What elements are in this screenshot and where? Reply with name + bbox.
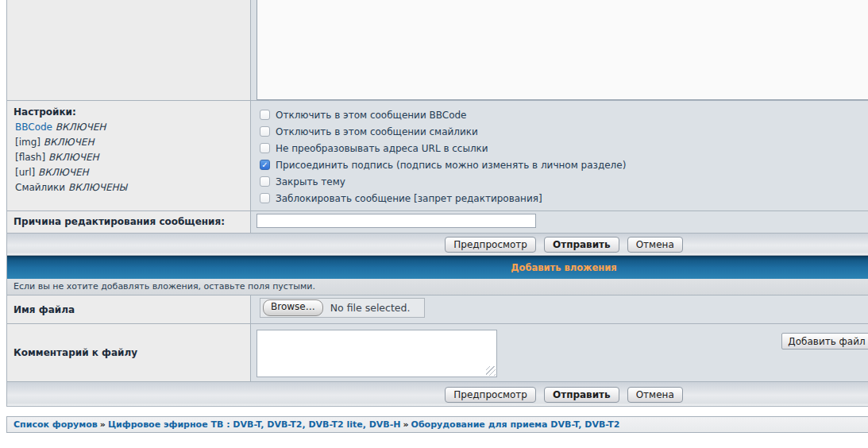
- file-comment-row: Комментарий к файлу Добавить файл: [7, 324, 868, 382]
- breadcrumb-link-forum-index[interactable]: Список форумов: [14, 419, 98, 430]
- message-row: [7, 0, 868, 101]
- option-label: Присоединить подпись (подпись можно изме…: [276, 160, 626, 171]
- breadcrumb: Список форумов»Цифровое эфирное ТВ : DVB…: [6, 416, 868, 433]
- add-file-button[interactable]: Добавить файл: [781, 333, 868, 350]
- breadcrumb-separator: »: [98, 419, 108, 430]
- filename-label: Имя файла: [7, 304, 75, 315]
- file-upload-input[interactable]: Browse… No file selected.: [260, 298, 425, 318]
- settings-line-bbcode: BBCode ВКЛЮЧЕН: [14, 120, 244, 135]
- breadcrumb-separator: »: [400, 419, 411, 430]
- attachments-header: Добавить вложения: [7, 256, 868, 279]
- edit-reason-input[interactable]: [257, 214, 536, 228]
- lock-topic-checkbox[interactable]: ✓: [260, 176, 270, 187]
- settings-line-smilies: Смайлики ВКЛЮЧЕНЫ: [14, 180, 244, 195]
- check-icon: ✓: [260, 160, 269, 169]
- option-label: Отключить в этом сообщении смайлики: [276, 126, 478, 137]
- option-disable-smilies: ✓ Отключить в этом сообщении смайлики: [260, 123, 868, 140]
- flash-status: ВКЛЮЧЕН: [48, 152, 99, 163]
- option-label: Заблокировать сообщение [запрет редактир…: [276, 193, 542, 204]
- cancel-button[interactable]: Отмена: [627, 387, 683, 403]
- options-cell: ✓ Отключить в этом сообщении BBCode ✓ От…: [251, 101, 868, 210]
- option-no-magic-url: ✓ Не преобразовывать адреса URL в ссылки: [260, 140, 868, 156]
- bbcode-link[interactable]: BBCode: [15, 122, 52, 133]
- file-comment-label: Комментарий к файлу: [7, 347, 137, 358]
- submit-bar-top: Предпросмотр Отправить Отмена: [7, 234, 868, 256]
- preview-button[interactable]: Предпросмотр: [445, 237, 536, 253]
- preview-button[interactable]: Предпросмотр: [445, 387, 536, 403]
- option-label: Не преобразовывать адреса URL в ссылки: [276, 143, 488, 154]
- url-status: ВКЛЮЧЕН: [38, 167, 89, 178]
- option-lock-post: ✓ Заблокировать сообщение [запрет редакт…: [260, 190, 868, 207]
- message-textarea[interactable]: [257, 0, 868, 100]
- no-file-selected-text: No file selected.: [330, 302, 411, 314]
- option-disable-bbcode: ✓ Отключить в этом сообщении BBCode: [260, 106, 868, 123]
- img-status: ВКЛЮЧЕН: [44, 137, 95, 148]
- disable-bbcode-checkbox[interactable]: ✓: [260, 110, 270, 120]
- browse-button[interactable]: Browse…: [263, 299, 323, 316]
- file-comment-textarea[interactable]: [257, 330, 497, 377]
- submit-button[interactable]: Отправить: [544, 387, 619, 403]
- breadcrumb-link-category[interactable]: Цифровое эфирное ТВ : DVB-T, DVB-T2, DVB…: [108, 419, 401, 430]
- filename-label-cell: Имя файла: [7, 295, 251, 323]
- posting-page: Настройки: BBCode ВКЛЮЧЕН [img] ВКЛЮЧЕН …: [0, 0, 868, 448]
- settings-line-flash: [flash] ВКЛЮЧЕН: [14, 150, 244, 165]
- no-magic-url-checkbox[interactable]: ✓: [260, 143, 270, 153]
- settings-line-img: [img] ВКЛЮЧЕН: [14, 135, 244, 150]
- cancel-button[interactable]: Отмена: [627, 237, 683, 253]
- bbcode-status: ВКЛЮЧЕН: [56, 122, 106, 133]
- submit-button[interactable]: Отправить: [544, 237, 619, 253]
- posting-form-table: Настройки: BBCode ВКЛЮЧЕН [img] ВКЛЮЧЕН …: [6, 0, 868, 407]
- filename-input-cell: Browse… No file selected.: [251, 295, 868, 323]
- edit-reason-label: Причина редактирования сообщения:: [7, 211, 250, 227]
- option-lock-topic: ✓ Закрыть тему: [260, 173, 868, 190]
- option-label: Отключить в этом сообщении BBCode: [276, 110, 467, 121]
- message-row-left-cell: [7, 0, 251, 100]
- submit-bar-bottom: Предпросмотр Отправить Отмена: [7, 382, 868, 407]
- attach-signature-checkbox[interactable]: ✓: [260, 160, 270, 170]
- settings-line-url: [url] ВКЛЮЧЕН: [14, 165, 244, 180]
- lock-post-checkbox[interactable]: ✓: [260, 193, 270, 203]
- edit-reason-label-cell: Причина редактирования сообщения:: [7, 211, 251, 233]
- breadcrumb-link-forum[interactable]: Оборудование для приема DVB-T, DVB-T2: [411, 419, 620, 430]
- smilies-status: ВКЛЮЧЕНЫ: [68, 182, 127, 193]
- attachments-info-text: Если вы не хотите добавлять вложения, ос…: [7, 279, 868, 295]
- message-row-right-cell: [251, 0, 868, 100]
- settings-title: Настройки:: [14, 106, 244, 118]
- file-comment-label-cell: Комментарий к файлу: [7, 324, 251, 381]
- disable-smilies-checkbox[interactable]: ✓: [260, 126, 270, 137]
- option-label: Закрыть тему: [276, 176, 345, 187]
- file-comment-cell: Добавить файл: [251, 324, 868, 381]
- filename-row: Имя файла Browse… No file selected.: [7, 295, 868, 324]
- settings-row: Настройки: BBCode ВКЛЮЧЕН [img] ВКЛЮЧЕН …: [7, 101, 868, 211]
- edit-reason-row: Причина редактирования сообщения:: [7, 211, 868, 234]
- edit-reason-input-cell: [251, 211, 868, 233]
- settings-cell: Настройки: BBCode ВКЛЮЧЕН [img] ВКЛЮЧЕН …: [7, 101, 251, 210]
- option-attach-signature: ✓ Присоединить подпись (подпись можно из…: [260, 156, 868, 173]
